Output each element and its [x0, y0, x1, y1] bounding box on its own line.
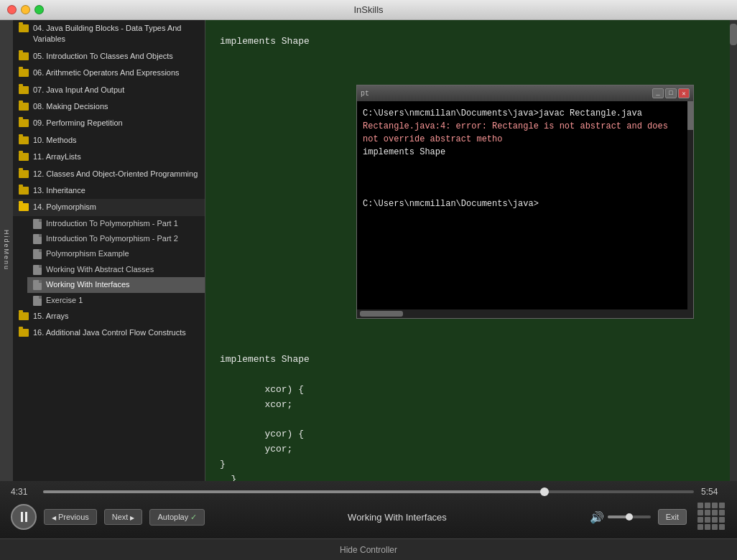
- code-line-2: [220, 50, 723, 65]
- grid-icon[interactable]: [697, 503, 726, 531]
- cmd-bottom-scrollbar[interactable]: [357, 309, 693, 318]
- sub-item-exercise1[interactable]: Exercise 1: [27, 293, 205, 308]
- grid-cell: [712, 503, 718, 508]
- sub-item-intro1-label: Introduction To Polymorphism - Part 1: [46, 218, 178, 229]
- volume-thumb[interactable]: [626, 513, 633, 521]
- hide-controller-button[interactable]: Hide Controller: [0, 538, 737, 560]
- file-icon: [33, 265, 42, 275]
- code-display: implements Shape pt _ □ ✕ C:\Users\nmcmi…: [205, 20, 737, 481]
- folder-icon: [19, 69, 29, 77]
- sidebar-item-05-label: 05. Introduction To Classes And Objects: [33, 51, 173, 62]
- exit-button[interactable]: Exit: [658, 509, 687, 525]
- cmd-minimize-btn[interactable]: _: [652, 88, 664, 98]
- chevron-right-icon: [130, 513, 134, 521]
- code-line-implements2: implements Shape: [220, 353, 723, 368]
- grid-cell: [697, 510, 703, 515]
- speaker-icon[interactable]: 🔊: [590, 510, 604, 524]
- volume-section: 🔊: [590, 510, 651, 524]
- previous-button[interactable]: Previous: [44, 509, 97, 525]
- sub-item-poly-ex[interactable]: Polymorphism Example: [27, 246, 205, 261]
- progress-track[interactable]: [43, 490, 694, 493]
- grid-cell: [712, 517, 718, 523]
- hide-menu-label: HideMenu: [3, 230, 10, 271]
- sub-item-interfaces[interactable]: Working With Interfaces: [27, 277, 205, 292]
- hide-controller-label: Hide Controller: [340, 545, 397, 555]
- grid-cell: [712, 510, 718, 515]
- sub-item-intro1[interactable]: Introduction To Polymorphism - Part 1: [27, 216, 205, 231]
- sub-item-poly-ex-label: Polymorphism Example: [46, 248, 129, 259]
- sub-item-interfaces-label: Working With Interfaces: [46, 279, 130, 290]
- content-scrollbar[interactable]: [730, 20, 737, 481]
- cmd-line-7: C:\Users\nmcmillan\Documents\java>: [363, 197, 687, 210]
- sidebar-item-09[interactable]: 09. Performing Repetition: [13, 115, 205, 131]
- sidebar-item-13[interactable]: 13. Inheritance: [13, 182, 205, 199]
- cmd-line-2: Rectangle.java:4: error: Rectangle is no…: [363, 120, 687, 146]
- chevron-left-icon: [52, 513, 56, 521]
- code-line-1: implements Shape: [220, 34, 723, 50]
- sidebar-item-07[interactable]: 07. Java Input And Output: [13, 82, 205, 98]
- code-line-blank2: [220, 412, 723, 427]
- sub-item-intro2[interactable]: Introduction To Polymorphism - Part 2: [27, 231, 205, 246]
- sidebar-item-12[interactable]: 12. Classes And Object-Oriented Programm…: [13, 166, 205, 182]
- progress-thumb[interactable]: [540, 487, 549, 496]
- lesson-title: Working With Interfaces: [212, 512, 582, 523]
- code-line-xcor: xcor) {: [220, 383, 723, 398]
- app-title: InSkills: [353, 4, 383, 15]
- sidebar-item-14[interactable]: 14. Polymorphism: [13, 199, 205, 215]
- sidebar-item-07-label: 07. Java Input And Output: [33, 85, 124, 95]
- folder-icon: [19, 153, 29, 161]
- folder-icon: [19, 103, 29, 111]
- sidebar-item-05[interactable]: 05. Introduction To Classes And Objects: [13, 48, 205, 65]
- sub-item-intro2-label: Introduction To Polymorphism - Part 2: [46, 233, 178, 244]
- sidebar-item-04[interactable]: 04. Java Building Blocks - Data Types An…: [13, 20, 205, 48]
- sidebar-item-06[interactable]: 06. Arithmetic Operators And Expressions: [13, 65, 205, 81]
- grid-cell: [697, 524, 703, 530]
- pause-bar-left: [21, 512, 23, 522]
- cmd-controls: _ □ ✕: [652, 88, 690, 98]
- content-area: implements Shape pt _ □ ✕ C:\Users\nmcmi…: [205, 20, 737, 481]
- sidebar-item-06-label: 06. Arithmetic Operators And Expressions: [33, 67, 180, 78]
- grid-cell: [719, 524, 725, 530]
- sidebar-item-11[interactable]: 11. ArrayLists: [13, 149, 205, 165]
- sidebar-item-16[interactable]: 16. Additional Java Control Flow Constru…: [13, 325, 205, 341]
- progress-fill: [43, 490, 544, 493]
- grid-cell: [705, 524, 710, 530]
- cmd-maximize-btn[interactable]: □: [665, 88, 677, 98]
- grid-cell: [719, 517, 725, 523]
- volume-track[interactable]: [608, 515, 651, 518]
- close-button[interactable]: [7, 5, 17, 14]
- current-time: 4:31: [11, 487, 36, 497]
- sub-item-exercise1-label: Exercise 1: [46, 295, 83, 306]
- pause-button[interactable]: [11, 504, 37, 530]
- code-line-xcor2: xcor;: [220, 398, 723, 413]
- sub-items-14: Introduction To Polymorphism - Part 1 In…: [27, 216, 205, 308]
- cmd-bottom-scroll-thumb: [360, 311, 403, 317]
- code-line-close1: }: [220, 457, 723, 472]
- sidebar-item-08[interactable]: 08. Making Decisions: [13, 98, 205, 115]
- code-line-blank: [220, 368, 723, 383]
- sidebar-item-15[interactable]: 15. Arrays: [13, 308, 205, 325]
- cmd-scrollbar[interactable]: [687, 101, 693, 309]
- sidebar-item-10[interactable]: 10. Methods: [13, 132, 205, 149]
- cmd-line-5: [363, 172, 687, 185]
- code-line-close2: }: [220, 472, 723, 481]
- cmd-titlebar: pt _ □ ✕: [357, 85, 693, 101]
- grid-cell: [705, 517, 710, 523]
- folder-icon: [19, 52, 29, 60]
- maximize-button[interactable]: [34, 5, 44, 14]
- grid-cell: [705, 510, 710, 515]
- sidebar-item-11-label: 11. ArrayLists: [33, 151, 81, 162]
- sidebar-item-08-label: 08. Making Decisions: [33, 101, 108, 112]
- sidebar-item-09-label: 09. Performing Repetition: [33, 118, 123, 129]
- cmd-close-btn[interactable]: ✕: [678, 88, 690, 98]
- check-icon: ✓: [190, 513, 197, 521]
- cmd-window: pt _ □ ✕ C:\Users\nmcmillan\Documents\ja…: [356, 85, 694, 319]
- window-controls: [7, 5, 44, 14]
- hide-menu-button[interactable]: HideMenu: [0, 20, 13, 481]
- sub-item-abstract[interactable]: Working With Abstract Classes: [27, 262, 205, 277]
- minimize-button[interactable]: [21, 5, 30, 14]
- autoplay-button[interactable]: Autoplay ✓: [149, 509, 205, 526]
- cmd-line-4: [363, 159, 687, 172]
- next-button[interactable]: Next: [104, 509, 143, 525]
- exit-label: Exit: [666, 513, 679, 521]
